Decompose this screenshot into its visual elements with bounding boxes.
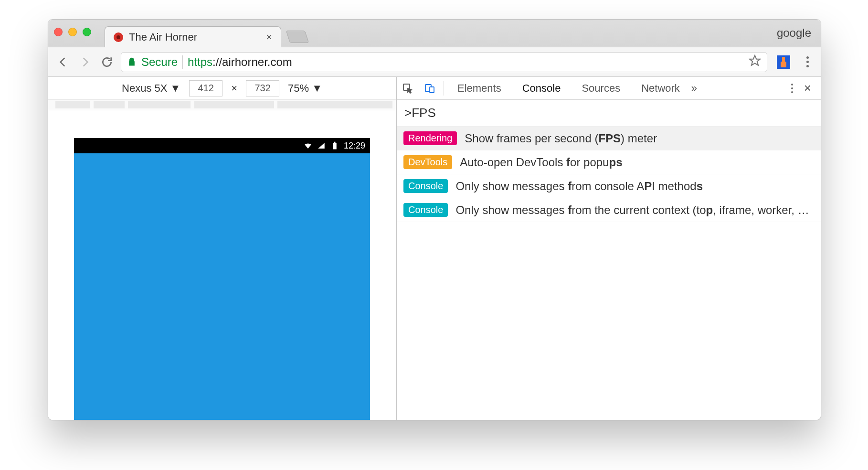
devtools-tab-console[interactable]: Console	[512, 77, 572, 99]
tab-title: The Air Horner	[129, 31, 197, 43]
command-menu-item[interactable]: ConsoleOnly show messages from console A…	[397, 174, 821, 198]
command-category-badge: DevTools	[403, 155, 452, 169]
toggle-device-toolbar-button[interactable]	[419, 77, 441, 99]
lock-icon	[127, 57, 137, 67]
command-category-badge: Console	[403, 179, 448, 193]
responsive-ruler	[48, 100, 396, 110]
dim-x: ×	[231, 82, 237, 95]
command-menu-results: RenderingShow frames per second (FPS) me…	[397, 127, 821, 222]
zoom-select[interactable]: 75%▼	[288, 82, 322, 95]
devtools-tab-elements[interactable]: Elements	[447, 77, 512, 99]
svg-rect-2	[334, 142, 335, 143]
chrome-menu-button[interactable]	[801, 56, 814, 67]
content-area: Nexus 5X▼ × 75%▼	[48, 77, 821, 420]
tab-favicon-icon	[114, 32, 123, 42]
device-select[interactable]: Nexus 5X▼	[122, 82, 180, 95]
new-tab-button[interactable]	[286, 31, 309, 43]
forward-button[interactable]	[77, 54, 93, 70]
chrome-window: The Air Horner × google Secure	[48, 19, 821, 420]
command-label: Only show messages from console API meth…	[455, 180, 703, 193]
command-label: Show frames per second (FPS) meter	[465, 132, 657, 145]
window-zoom-button[interactable]	[83, 28, 91, 36]
wifi-icon	[304, 141, 312, 150]
tab-close-button[interactable]: ×	[266, 31, 272, 43]
command-category-badge: Console	[403, 203, 448, 217]
profile-label[interactable]: google	[777, 26, 811, 40]
svg-rect-1	[333, 143, 337, 150]
command-menu-item[interactable]: DevToolsAuto-open DevTools for popups	[397, 150, 821, 174]
emulated-device[interactable]: 12:29	[74, 138, 370, 420]
browser-tab[interactable]: The Air Horner ×	[105, 26, 281, 47]
command-label: Auto-open DevTools for popups	[460, 156, 622, 169]
airhorner-app[interactable]	[74, 153, 370, 420]
command-category-badge: Rendering	[403, 131, 457, 145]
bookmark-star-button[interactable]	[749, 54, 761, 70]
devtools-overflow-button[interactable]: »	[691, 82, 697, 95]
browser-tabstrip: The Air Horner × google	[48, 20, 821, 47]
devtools-close-button[interactable]: ×	[799, 81, 816, 96]
device-toolbar: Nexus 5X▼ × 75%▼	[48, 77, 396, 100]
status-time: 12:29	[344, 141, 365, 151]
command-menu-input[interactable]: >FPS	[397, 100, 821, 127]
command-label: Only show messages from the current cont…	[455, 203, 809, 217]
window-close-button[interactable]	[54, 28, 63, 36]
browser-toolbar: Secure https://airhorner.com	[48, 47, 821, 77]
android-status-bar: 12:29	[74, 138, 370, 153]
devtools-tab-sources[interactable]: Sources	[571, 77, 631, 99]
signal-icon	[317, 141, 326, 150]
reload-button[interactable]	[99, 54, 115, 70]
devtools-tabbar: ElementsConsoleSourcesNetwork » ×	[397, 77, 821, 100]
devtools-tab-network[interactable]: Network	[631, 77, 690, 99]
address-bar[interactable]: Secure https://airhorner.com	[121, 52, 767, 72]
separator	[444, 81, 444, 96]
secure-label: Secure	[141, 55, 183, 69]
device-emulation-pane: Nexus 5X▼ × 75%▼	[48, 77, 397, 420]
window-minimize-button[interactable]	[68, 28, 77, 36]
svg-rect-5	[430, 87, 434, 93]
device-width-input[interactable]	[189, 80, 222, 96]
url-text: https://airhorner.com	[188, 55, 292, 69]
command-menu-item[interactable]: ConsoleOnly show messages from the curre…	[397, 198, 821, 222]
window-controls	[54, 28, 91, 36]
command-menu-item[interactable]: RenderingShow frames per second (FPS) me…	[397, 127, 821, 150]
battery-icon	[330, 141, 339, 150]
devtools-menu-button[interactable]	[785, 84, 799, 93]
svg-marker-0	[750, 55, 760, 65]
inspect-element-button[interactable]	[397, 77, 419, 99]
back-button[interactable]	[55, 54, 71, 70]
device-height-input[interactable]	[246, 80, 279, 96]
devtools-pane: ElementsConsoleSourcesNetwork » × >FPS R…	[397, 77, 821, 420]
device-stage: 12:29	[48, 110, 396, 420]
lighthouse-extension-icon[interactable]	[777, 55, 790, 69]
